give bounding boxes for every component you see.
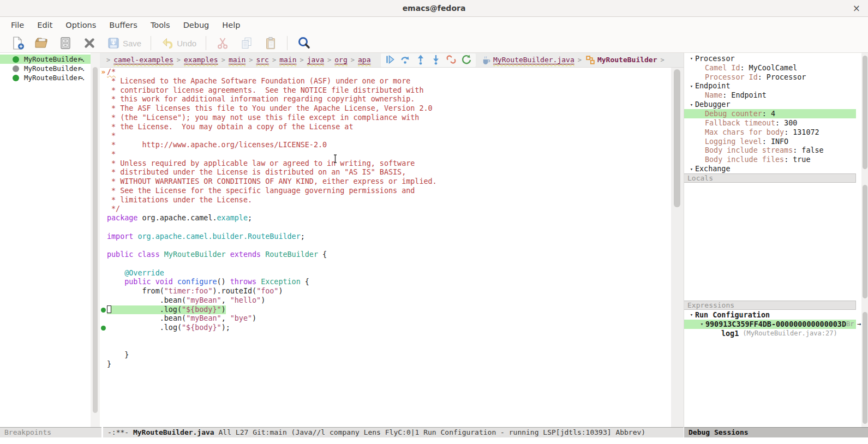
expand-arrow-icon[interactable]: ▾ [688,166,695,172]
code-line[interactable] [100,342,671,351]
code-line[interactable]: * The ASF licenses this file to You unde… [100,104,671,113]
code-line[interactable]: * Licensed to the Apache Software Founda… [100,77,671,86]
debug-restart-button[interactable] [460,55,473,67]
breadcrumb-item[interactable]: camel-examples [113,56,173,64]
scrollbar-thumb[interactable] [93,67,98,413]
code-line[interactable]: * Unless required by applicable law or a… [100,159,671,169]
code-line[interactable] [100,241,671,250]
breadcrumb-item[interactable]: java [307,56,324,64]
menu-options[interactable]: Options [59,17,103,34]
debug-step-in-button[interactable] [430,55,442,67]
code-line[interactable]: .log("${body}"); [100,323,671,333]
code-line[interactable] [100,223,671,232]
code-line[interactable]: * limitations under the License. [100,196,671,205]
session-tree-row[interactable]: Fallback timeout: 300 [684,118,856,128]
code-line[interactable]: * [100,150,671,159]
session-tree-row[interactable]: Max chars for body: 131072 [684,128,856,137]
expression-tree-row[interactable]: log1(MyRouteBuilder.java:27) [684,329,856,338]
undo-button[interactable]: Undo [160,36,196,50]
code-line[interactable]: * contributor license agreements. See th… [100,86,671,95]
code-line[interactable]: * http://www.apache.org/licenses/LICENSE… [100,141,671,150]
breadcrumb-item[interactable]: examples [184,56,218,64]
expand-arrow-icon[interactable]: ▾ [688,56,695,61]
code-line[interactable]: »/* [100,68,671,77]
expression-tree-row[interactable]: ▾990913C359FF4DB-000000000000003DBr→ [684,320,856,329]
expand-arrow-icon[interactable]: ▾ [688,102,695,107]
code-buffer[interactable]: »/* * Licensed to the Apache Software Fo… [100,68,671,427]
scrollbar-thumb[interactable] [863,312,867,424]
code-line[interactable]: * (the "License"); you may not use this … [100,113,671,123]
debug-panel-scrollbar[interactable] [861,53,868,427]
echo-area[interactable] [0,437,868,444]
save-button[interactable]: Save [106,36,141,50]
session-tree-row[interactable]: Processor Id: Processor [684,73,856,82]
session-tree-row[interactable]: Debug counter: 4 [684,109,856,118]
code-line[interactable]: */ [100,205,671,214]
code-line[interactable]: } [100,351,671,360]
expand-arrow-icon[interactable]: ▾ [698,321,705,327]
code-line[interactable]: .bean("myBean", "bye") [100,314,671,323]
menu-tools[interactable]: Tools [144,17,177,34]
code-line[interactable]: * this work for additional information r… [100,95,671,104]
debug-continue-button[interactable] [384,55,397,67]
expand-arrow-icon[interactable]: ▾ [688,312,695,317]
breakpoint-list-item[interactable]: MyRouteBuilder.→ [0,64,91,73]
dired-button[interactable] [58,36,73,50]
search-button[interactable] [297,36,311,50]
code-line[interactable]: * WITHOUT WARRANTIES OR CONDITIONS OF AN… [100,177,671,187]
new-file-button[interactable] [10,36,25,50]
paste-button[interactable] [264,36,278,50]
debug-step-out-button[interactable] [415,55,427,67]
code-line[interactable]: * See the License for the specific langu… [100,187,671,196]
code-line[interactable]: * [100,131,671,141]
session-tree-row[interactable]: ▾Debugger [684,100,856,109]
menu-buffers[interactable]: Buffers [103,17,144,34]
code-line[interactable]: import org.apache.camel.builder.RouteBui… [100,232,671,242]
expand-arrow-icon[interactable]: ▾ [688,83,695,89]
session-tree-row[interactable]: Logging level: INFO [684,137,856,146]
copy-button[interactable] [240,36,254,50]
open-file-button[interactable] [34,36,49,50]
debug-step-over-button[interactable] [399,55,412,67]
session-tree-row[interactable]: ▾Endpoint [684,82,856,91]
code-line[interactable]: public void configure() throws Exception… [100,278,671,287]
cut-button[interactable] [215,36,230,50]
expression-tree-row[interactable]: ▾Run Configuration [684,310,856,320]
breadcrumb-item[interactable]: org [334,56,347,64]
menu-help[interactable]: Help [215,17,247,34]
code-line[interactable]: from("timer:foo").routeId("foo") [100,287,671,296]
code-line[interactable] [100,333,671,342]
breakpoints-scrollbar[interactable] [91,53,100,427]
code-line[interactable]: package org.apache.camel.example; [100,214,671,223]
menu-debug[interactable]: Debug [177,17,216,34]
code-line[interactable]: * the License. You may obtain a copy of … [100,123,671,132]
menu-file[interactable]: File [4,17,31,34]
session-tree-row[interactable]: Camel Id: MyCoolCamel [684,63,856,73]
session-tree-row[interactable]: Body include streams: false [684,146,856,155]
breadcrumb-symbol[interactable]: MyRouteBuilder [597,53,657,67]
breadcrumb-item[interactable]: apa [358,56,370,64]
breadcrumb-item[interactable]: main [279,56,296,64]
session-tree-row[interactable]: ▾Processor [684,54,856,63]
scrollbar-thumb[interactable] [863,185,867,298]
code-line[interactable] [100,260,671,269]
menu-edit[interactable]: Edit [31,17,59,34]
code-line[interactable]: } [100,360,671,369]
code-line[interactable]: @Override [100,269,671,278]
breadcrumb-file[interactable]: MyRouteBuilder.java [493,53,574,67]
close-buffer-button[interactable] [82,36,97,50]
editor-scrollbar[interactable] [671,68,684,427]
breakpoint-list-item[interactable]: MyRouteBuilder.→ [0,73,91,82]
breakpoint-list-item[interactable]: MyRouteBuilder.→ [0,55,91,64]
debug-disconnect-button[interactable] [445,55,458,67]
code-line[interactable]: .bean("myBean", "hello") [100,296,671,305]
scrollbar-thumb[interactable] [674,69,680,207]
breadcrumb-item[interactable]: src [256,56,268,64]
breadcrumb-item[interactable]: main [229,56,246,64]
code-line[interactable]: * distributed under the License is distr… [100,168,671,177]
session-tree-row[interactable]: ▾Exchange [684,164,856,173]
close-window-button[interactable]: × [853,0,860,16]
code-line[interactable]: .log("${body}") [100,305,671,315]
scrollbar-thumb[interactable] [863,56,867,169]
code-line[interactable]: public class MyRouteBuilder extends Rout… [100,250,671,260]
